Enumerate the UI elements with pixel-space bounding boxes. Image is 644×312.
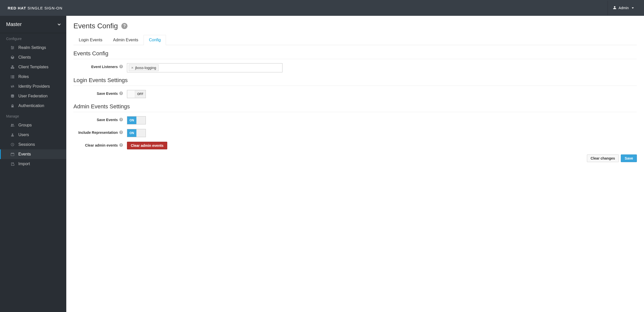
chevron-down-icon — [58, 22, 60, 25]
svg-rect-7 — [12, 75, 14, 76]
import-icon — [10, 162, 15, 166]
page-title-text: Events Config — [73, 22, 118, 30]
sidebar-item-identity-providers[interactable]: Identity Providers — [0, 82, 66, 91]
user-name: Admin — [619, 6, 629, 10]
help-icon[interactable]: ? — [119, 143, 123, 147]
svg-rect-9 — [12, 76, 14, 77]
sliders-icon — [10, 46, 15, 49]
calendar-icon — [10, 152, 15, 156]
clear-admin-events-label: Clear admin events ? — [73, 142, 127, 147]
svg-rect-11 — [12, 78, 14, 79]
toggle-on-label: ON — [127, 116, 136, 124]
svg-point-14 — [12, 124, 14, 125]
toggle-on-handle — [127, 90, 135, 98]
toggle-off-label: OFF — [135, 90, 146, 98]
event-listeners-input[interactable]: ✕ jboss-logging — [127, 63, 282, 72]
brand-rest: SINGLE SIGN-ON — [28, 6, 62, 10]
sidebar-item-label: Sessions — [18, 142, 35, 147]
svg-point-15 — [12, 134, 13, 135]
sidebar-item-events[interactable]: Events — [0, 149, 66, 159]
realm-selector[interactable]: Master — [0, 16, 66, 33]
sidebar-item-label: User Federation — [18, 94, 48, 98]
section-events-config: Events Config — [73, 50, 637, 59]
sidebar-item-sessions[interactable]: Sessions — [0, 140, 66, 149]
svg-rect-18 — [11, 153, 14, 154]
help-icon[interactable]: ? — [119, 65, 123, 68]
nav-section-manage: Manage — [0, 111, 66, 120]
caret-down-icon — [632, 7, 634, 9]
section-login-events: Login Events Settings — [73, 77, 637, 86]
svg-rect-1 — [11, 47, 14, 48]
cube-icon — [10, 56, 15, 59]
help-icon[interactable]: ? — [121, 23, 127, 29]
tab-admin-events[interactable]: Admin Events — [108, 35, 144, 45]
svg-rect-5 — [12, 48, 12, 49]
include-representation-toggle[interactable]: ON — [127, 129, 146, 137]
svg-rect-10 — [11, 78, 11, 79]
sidebar-item-groups[interactable]: Groups — [0, 120, 66, 130]
tabs: Login Events Admin Events Config — [73, 35, 637, 45]
svg-point-12 — [11, 94, 14, 95]
sidebar-item-client-templates[interactable]: Client Templates — [0, 62, 66, 72]
section-admin-events: Admin Events Settings — [73, 103, 637, 112]
svg-rect-2 — [11, 49, 14, 49]
lock-icon — [10, 104, 15, 108]
sidebar-item-users[interactable]: Users — [0, 130, 66, 140]
sidebar-item-import[interactable]: Import — [0, 159, 66, 169]
sidebar-item-label: Groups — [18, 123, 32, 127]
sidebar-item-label: Client Templates — [18, 65, 48, 69]
brand-logo: RED HAT SINGLE SIGN-ON — [8, 6, 62, 10]
remove-tag-icon[interactable]: ✕ — [131, 66, 134, 70]
sidebar-item-realm-settings[interactable]: Realm Settings — [0, 43, 66, 53]
svg-point-13 — [11, 124, 12, 125]
users-icon — [10, 123, 15, 127]
clock-icon — [10, 143, 15, 146]
sidebar-item-label: Events — [18, 152, 31, 157]
event-listener-tag: ✕ jboss-logging — [129, 64, 159, 71]
help-icon[interactable]: ? — [119, 131, 123, 134]
realm-name: Master — [6, 21, 22, 27]
page-title: Events Config ? — [73, 22, 637, 30]
sidebar-item-authentication[interactable]: Authentication — [0, 101, 66, 111]
sidebar-item-label: Authentication — [18, 103, 44, 108]
nav-section-configure: Configure — [0, 33, 66, 43]
user-icon — [613, 6, 616, 10]
clear-admin-events-button[interactable]: Clear admin events — [127, 142, 167, 149]
sidebar-item-user-federation[interactable]: User Federation — [0, 91, 66, 101]
svg-rect-4 — [13, 47, 14, 48]
topbar: RED HAT SINGLE SIGN-ON Admin — [0, 0, 644, 16]
tab-login-events[interactable]: Login Events — [73, 35, 108, 45]
sidebar-item-label: Import — [18, 162, 30, 166]
svg-rect-6 — [11, 75, 11, 76]
main-content: Events Config ? Login Events Admin Event… — [66, 16, 644, 312]
svg-rect-20 — [13, 153, 14, 153]
brand-bold: RED HAT — [8, 6, 26, 10]
sidebar-item-label: Users — [18, 133, 29, 137]
login-save-events-toggle[interactable]: OFF — [127, 90, 146, 98]
sidebar-item-label: Identity Providers — [18, 84, 50, 89]
sidebar-item-label: Roles — [18, 74, 29, 79]
sidebar-item-roles[interactable]: Roles — [0, 72, 66, 82]
sidebar-item-clients[interactable]: Clients — [0, 53, 66, 62]
login-save-events-label: Save Events ? — [73, 90, 127, 96]
user-menu[interactable]: Admin — [608, 1, 639, 15]
sidebar-item-label: Realm Settings — [18, 45, 46, 50]
help-icon[interactable]: ? — [119, 118, 123, 121]
admin-save-events-toggle[interactable]: ON — [127, 116, 146, 124]
tab-config[interactable]: Config — [144, 35, 166, 45]
clear-changes-button[interactable]: Clear changes — [587, 154, 619, 162]
list-icon — [10, 75, 15, 79]
svg-rect-8 — [11, 76, 11, 77]
form-actions: Clear changes Save — [73, 154, 637, 162]
tag-label: jboss-logging — [135, 66, 156, 70]
cubes-icon — [10, 65, 15, 69]
toggle-on-label: ON — [127, 129, 136, 137]
admin-save-events-label: Save Events ? — [73, 116, 127, 122]
help-icon[interactable]: ? — [119, 92, 123, 95]
database-icon — [10, 94, 15, 98]
save-button[interactable]: Save — [621, 154, 637, 162]
toggle-off-handle — [136, 116, 146, 124]
include-representation-label: Include Representation ? — [73, 129, 127, 135]
sidebar-item-label: Clients — [18, 55, 31, 60]
svg-rect-3 — [11, 46, 12, 47]
